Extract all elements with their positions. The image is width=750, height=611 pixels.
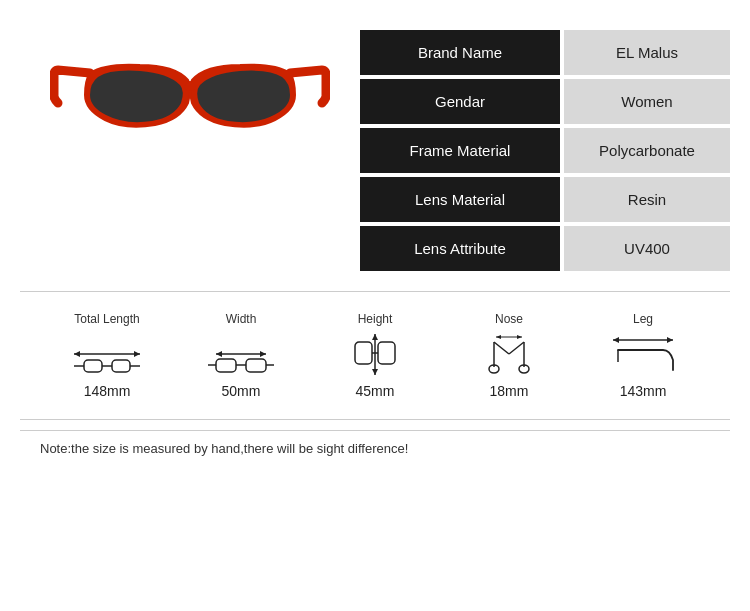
spec-value-0: EL Malus [564, 30, 730, 75]
dim-label-width: Width [226, 312, 257, 326]
dim-icon-leg [608, 332, 678, 377]
dimension-width: Width 50mm [196, 312, 286, 399]
svg-line-22 [494, 342, 509, 354]
svg-rect-20 [378, 342, 395, 364]
spec-row-1: GendarWomen [360, 79, 730, 124]
dim-value-total-length: 148mm [84, 383, 131, 399]
dim-label-height: Height [358, 312, 393, 326]
svg-marker-2 [134, 351, 140, 357]
spec-row-0: Brand NameEL Malus [360, 30, 730, 75]
svg-marker-10 [260, 351, 266, 357]
dimensions-section: Total Length 148mm Width [20, 302, 730, 409]
svg-marker-17 [372, 334, 378, 340]
dim-icon-height [340, 332, 410, 377]
note-text: Note:the size is measured by hand,there … [40, 441, 408, 456]
svg-rect-4 [112, 360, 130, 372]
spec-row-4: Lens AttributeUV400 [360, 226, 730, 271]
svg-marker-1 [74, 351, 80, 357]
dim-value-nose: 18mm [490, 383, 529, 399]
svg-marker-18 [372, 369, 378, 375]
dim-label-total-length: Total Length [74, 312, 139, 326]
svg-marker-29 [496, 335, 501, 339]
svg-marker-9 [216, 351, 222, 357]
spec-label-3: Lens Material [360, 177, 560, 222]
spec-value-2: Polycarbonate [564, 128, 730, 173]
main-container: Brand NameEL MalusGendarWomenFrame Mater… [0, 0, 750, 486]
dimension-leg: Leg 143mm [598, 312, 688, 399]
top-section: Brand NameEL MalusGendarWomenFrame Mater… [20, 20, 730, 271]
dim-icon-nose [474, 332, 544, 377]
svg-marker-33 [667, 337, 673, 343]
dimension-height: Height 45mm [330, 312, 420, 399]
product-image [20, 20, 360, 200]
svg-rect-19 [355, 342, 372, 364]
dim-icon-width [206, 332, 276, 377]
spec-value-3: Resin [564, 177, 730, 222]
dim-value-height: 45mm [356, 383, 395, 399]
spec-label-0: Brand Name [360, 30, 560, 75]
svg-marker-32 [613, 337, 619, 343]
spec-label-2: Frame Material [360, 128, 560, 173]
specs-table: Brand NameEL MalusGendarWomenFrame Mater… [360, 20, 730, 271]
dim-value-width: 50mm [222, 383, 261, 399]
spec-label-1: Gendar [360, 79, 560, 124]
spec-row-3: Lens MaterialResin [360, 177, 730, 222]
dim-value-leg: 143mm [620, 383, 667, 399]
spec-value-1: Women [564, 79, 730, 124]
spec-value-4: UV400 [564, 226, 730, 271]
svg-rect-12 [246, 359, 266, 372]
dimension-total-length: Total Length 148mm [62, 312, 152, 399]
dim-icon-total-length [72, 332, 142, 377]
top-divider [20, 291, 730, 292]
dim-label-nose: Nose [495, 312, 523, 326]
svg-line-23 [509, 342, 524, 354]
dimension-nose: Nose 18mm [464, 312, 554, 399]
svg-rect-3 [84, 360, 102, 372]
spec-label-4: Lens Attribute [360, 226, 560, 271]
bottom-divider [20, 419, 730, 420]
spec-row-2: Frame MaterialPolycarbonate [360, 128, 730, 173]
dim-label-leg: Leg [633, 312, 653, 326]
svg-rect-11 [216, 359, 236, 372]
svg-marker-30 [517, 335, 522, 339]
note-section: Note:the size is measured by hand,there … [20, 430, 730, 466]
